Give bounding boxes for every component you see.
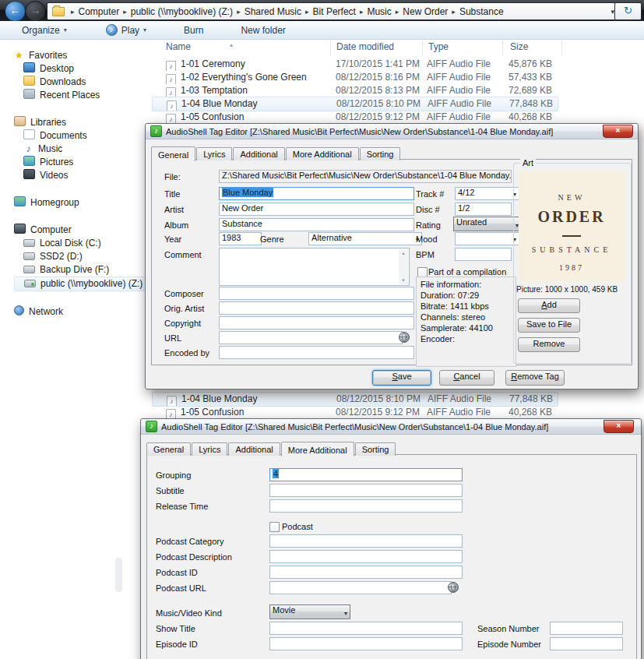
sidebar-item-backup-dive-f[interactable]: Backup Dive (F:)	[14, 263, 166, 277]
sidebar-item-ssd2-d[interactable]: SSD2 (D:)	[14, 250, 166, 263]
back-button[interactable]: ←	[5, 1, 26, 22]
organize-menu[interactable]: Organize ▾	[22, 25, 67, 36]
file-row-selected[interactable]: ♪1-04 Blue Monday08/12/2015 8:10 PMAIFF …	[152, 392, 558, 407]
episode-id-field[interactable]	[269, 637, 463, 650]
tab-additional[interactable]: Additional	[233, 147, 284, 160]
tab-sorting[interactable]: Sorting	[355, 442, 396, 456]
sidebar-item-downloads[interactable]: Downloads	[14, 76, 166, 89]
column-header-name[interactable]: Name▴	[152, 39, 331, 56]
title-field[interactable]: Blue Monday	[219, 187, 414, 200]
sidebar-item-pictures[interactable]: Pictures	[14, 156, 166, 169]
play-menu[interactable]: ♪ Play ▾	[106, 24, 146, 36]
sidebar-item-favorites[interactable]: ★Favorites	[14, 49, 166, 62]
save-button[interactable]: Save	[372, 370, 431, 386]
sidebar-item-libraries[interactable]: Libraries	[14, 116, 166, 129]
file-row[interactable]: ♪1-05 Confusion08/12/2015 9:12 PMAIFF Au…	[152, 406, 557, 419]
grouping-field[interactable]: 4	[269, 468, 463, 481]
tab-general[interactable]: General	[151, 146, 195, 161]
composer-field[interactable]	[219, 287, 414, 300]
close-button[interactable]: ×	[603, 125, 633, 138]
add-art-button[interactable]: Add	[518, 298, 580, 313]
tab-lyrics[interactable]: Lyrics	[192, 442, 227, 456]
burn-button[interactable]: Burn	[184, 25, 203, 36]
season-number-field[interactable]	[550, 622, 623, 635]
new-folder-button[interactable]: New folder	[241, 25, 285, 36]
podcast-description-field[interactable]	[269, 550, 463, 563]
file-row[interactable]: ♪1-02 Everything's Gone Green08/12/2015 …	[152, 71, 557, 84]
breadcrumb-item-substance[interactable]: Substance	[459, 6, 504, 17]
sidebar-item-homegroup[interactable]: Homegroup	[14, 196, 166, 210]
orig-artist-field[interactable]	[219, 301, 414, 315]
mood-combo[interactable]: ▾	[455, 232, 519, 245]
breadcrumb-item-new-order[interactable]: New Order	[403, 6, 448, 17]
breadcrumb-item-music[interactable]: Music	[367, 6, 391, 17]
globe-icon[interactable]	[448, 582, 459, 593]
podcast-url-field[interactable]	[269, 581, 452, 594]
album-field[interactable]: Substance	[219, 218, 414, 231]
breadcrumb-item-computer[interactable]: Computer	[79, 6, 120, 17]
remove-tag-button[interactable]: Remove Tag	[505, 370, 565, 386]
bpm-field[interactable]	[455, 248, 512, 261]
close-button[interactable]: ×	[604, 420, 634, 433]
genre-combo[interactable]: Alternative▾	[308, 232, 422, 245]
podcast-id-field[interactable]	[269, 566, 463, 579]
tab-lyrics[interactable]: Lyrics	[196, 147, 232, 160]
remove-art-button[interactable]: Remove	[518, 337, 580, 352]
sidebar-item-network[interactable]: Network	[14, 305, 166, 319]
breadcrumb-item-public[interactable]: public (\\mybooklive) (Z:)	[131, 6, 233, 17]
file-row[interactable]: ♪1-05 Confusion08/12/2015 9:12 PMAIFF Au…	[152, 111, 557, 124]
sidebar-item-documents[interactable]: Documents	[14, 129, 166, 143]
release-time-field[interactable]	[269, 499, 463, 513]
file-row[interactable]: ♪1-03 Temptation08/12/2015 8:13 PMAIFF A…	[152, 84, 557, 97]
sidebar-item-music[interactable]: ♪Music	[14, 143, 166, 156]
tab-additional[interactable]: Additional	[228, 442, 280, 456]
sidebar-item-public-z[interactable]: public (\\mybooklive) (Z:)	[14, 277, 157, 291]
file-date: 08/12/2015 8:16 PM	[330, 71, 421, 84]
file-row-selected[interactable]: ♪1-04 Blue Monday08/12/2015 8:10 PMAIFF …	[152, 97, 558, 111]
tab-sorting[interactable]: Sorting	[360, 147, 401, 160]
podcast-category-field[interactable]	[269, 534, 463, 548]
sidebar-item-computer[interactable]: Computer	[14, 224, 166, 237]
address-bar[interactable]: ▸ Computer ▸ public (\\mybooklive) (Z:) …	[47, 2, 620, 20]
comment-field[interactable]: ▲▼	[219, 248, 410, 286]
rating-combo[interactable]: Unrated▾	[453, 217, 522, 231]
pictures-icon	[23, 156, 35, 166]
forward-button[interactable]: →	[25, 1, 46, 22]
music-video-kind-combo[interactable]: Movie▾	[269, 604, 350, 619]
breadcrumb-item-bit-perfect[interactable]: Bit Perfect	[313, 6, 356, 17]
subtitle-field[interactable]	[269, 484, 463, 497]
show-title-field[interactable]	[269, 622, 463, 635]
file-row[interactable]: ♪1-01 Ceremony17/10/2015 1:41 PMAIFF Aud…	[152, 58, 557, 71]
refresh-button[interactable]: ↻	[614, 2, 642, 20]
save-to-file-button[interactable]: Save to File	[518, 318, 580, 333]
globe-icon[interactable]	[399, 332, 410, 343]
dialog-titlebar[interactable]: ♪ AudioShell Tag Editor [Z:\Shared Music…	[146, 124, 638, 139]
kind-value: Movie	[273, 605, 295, 615]
disc-field[interactable]: 1/2	[455, 203, 512, 216]
copyright-field[interactable]	[219, 316, 414, 330]
sidebar-item-desktop[interactable]: Desktop	[14, 62, 166, 76]
podcast-checkbox[interactable]	[269, 522, 280, 532]
column-header-type[interactable]: Type	[423, 39, 503, 56]
sidebar-item-recent-places[interactable]: Recent Places	[14, 89, 166, 102]
encoded-by-field[interactable]	[219, 346, 414, 359]
sidebar-item-local-disk-c[interactable]: Local Disk (C:)	[14, 237, 166, 250]
track-combo[interactable]: 4/12▾	[455, 187, 519, 200]
column-header-size[interactable]: Size	[503, 39, 562, 56]
dialog-titlebar[interactable]: ♪ AudioShell Tag Editor [Z:\Shared Music…	[141, 419, 641, 435]
breadcrumb-item-shared-music[interactable]: Shared Music	[245, 6, 301, 17]
tab-more-additional[interactable]: More Additional	[286, 147, 359, 160]
dialog-title: AudioShell Tag Editor [Z:\Shared Music\B…	[161, 422, 548, 432]
tab-more-additional[interactable]: More Additional	[281, 442, 354, 456]
season-number-label: Season Number	[477, 624, 540, 633]
sidebar-item-videos[interactable]: Videos	[14, 169, 166, 182]
episode-number-field[interactable]	[550, 637, 623, 650]
scrollbar-thumb[interactable]	[115, 558, 122, 592]
tab-general[interactable]: General	[146, 442, 191, 456]
cancel-button[interactable]: Cancel	[439, 370, 494, 386]
artist-field[interactable]: New Order	[219, 203, 414, 216]
comment-scrollbar[interactable]: ▲▼	[399, 249, 408, 284]
url-field[interactable]	[219, 331, 403, 344]
column-header-date-modified[interactable]: Date modified	[331, 39, 423, 56]
year-field[interactable]: 1983	[219, 232, 262, 245]
